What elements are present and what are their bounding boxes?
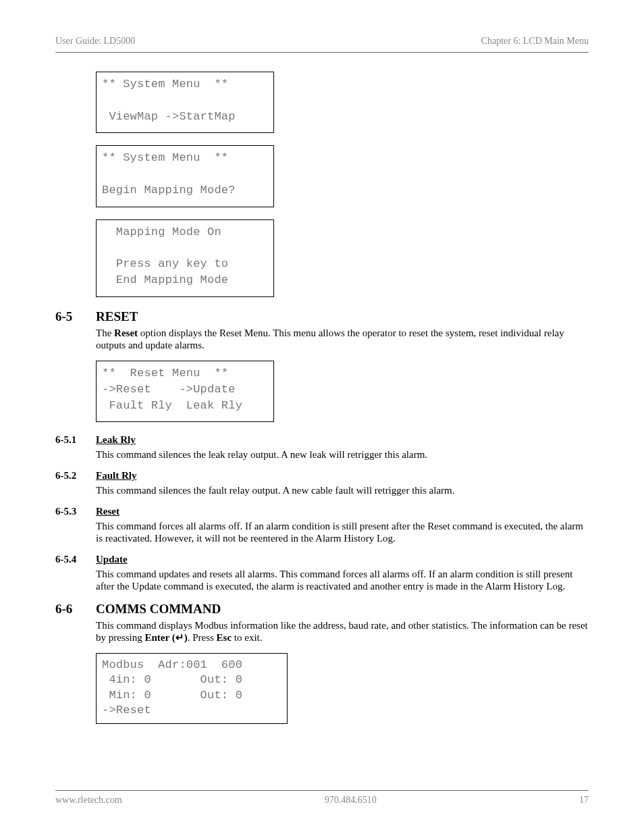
subsection-body: This command silences the leak relay out… bbox=[96, 448, 589, 461]
lcd-display: Modbus Adr:001 600 4in: 0 Out: 0 Min: 0 … bbox=[96, 653, 288, 723]
subsection-title: Leak Rly bbox=[96, 434, 136, 446]
section-body: This command displays Modbus information… bbox=[96, 619, 589, 644]
subsection-title: Update bbox=[96, 554, 128, 565]
footer-right: 17 bbox=[579, 795, 589, 806]
lcd-screen-5: Modbus Adr:001 600 4in: 0 Out: 0 Min: 0 … bbox=[96, 653, 589, 723]
header-right: Chapter 6: LCD Main Menu bbox=[481, 36, 589, 47]
page-footer: www.rletech.com 970.484.6510 17 bbox=[55, 790, 589, 806]
subsection-number: 6-5.2 bbox=[55, 470, 96, 481]
section-6-6: 6-6 COMMS COMMAND bbox=[55, 602, 589, 617]
section-intro: The Reset option displays the Reset Menu… bbox=[96, 327, 589, 351]
lcd-display: ** System Menu ** ViewMap ->StartMap bbox=[96, 72, 274, 133]
subsection-title: Reset bbox=[96, 506, 119, 517]
section-6-5: 6-5 RESET bbox=[55, 309, 589, 324]
subsection-number: 6-5.4 bbox=[55, 554, 96, 565]
header-left: User Guide: LD5000 bbox=[55, 36, 135, 47]
page: User Guide: LD5000 Chapter 6: LCD Main M… bbox=[0, 0, 644, 834]
section-6-5-2: 6-5.2 Fault Rly bbox=[55, 470, 589, 481]
section-title: COMMS COMMAND bbox=[96, 602, 221, 617]
subsection-number: 6-5.1 bbox=[55, 434, 96, 446]
subsection-number: 6-5.3 bbox=[55, 506, 96, 517]
section-6-5-3: 6-5.3 Reset bbox=[55, 506, 589, 517]
section-number: 6-5 bbox=[55, 309, 96, 324]
lcd-screen-2: ** System Menu ** Begin Mapping Mode? bbox=[96, 145, 589, 207]
subsection-body: This command forces all alarms off. If a… bbox=[96, 520, 589, 544]
subsection-body: This command updates and resets all alar… bbox=[96, 568, 589, 592]
footer-left: www.rletech.com bbox=[55, 795, 122, 806]
subsection-body: This command silences the fault relay ou… bbox=[96, 484, 589, 496]
lcd-screen-1: ** System Menu ** ViewMap ->StartMap bbox=[96, 72, 589, 133]
section-6-5-4: 6-5.4 Update bbox=[55, 554, 589, 565]
section-6-5-1: 6-5.1 Leak Rly bbox=[55, 434, 589, 446]
lcd-display: Mapping Mode On Press any key to End Map… bbox=[96, 219, 274, 297]
footer-mid: 970.484.6510 bbox=[325, 795, 377, 806]
section-number: 6-6 bbox=[55, 602, 96, 617]
page-header: User Guide: LD5000 Chapter 6: LCD Main M… bbox=[55, 36, 589, 53]
lcd-screen-4: ** Reset Menu ** ->Reset ->Update Fault … bbox=[96, 361, 589, 422]
lcd-display: ** Reset Menu ** ->Reset ->Update Fault … bbox=[96, 361, 274, 422]
lcd-screen-3: Mapping Mode On Press any key to End Map… bbox=[96, 219, 589, 297]
subsection-title: Fault Rly bbox=[96, 470, 136, 481]
lcd-display: ** System Menu ** Begin Mapping Mode? bbox=[96, 145, 274, 207]
section-title: RESET bbox=[96, 309, 138, 324]
